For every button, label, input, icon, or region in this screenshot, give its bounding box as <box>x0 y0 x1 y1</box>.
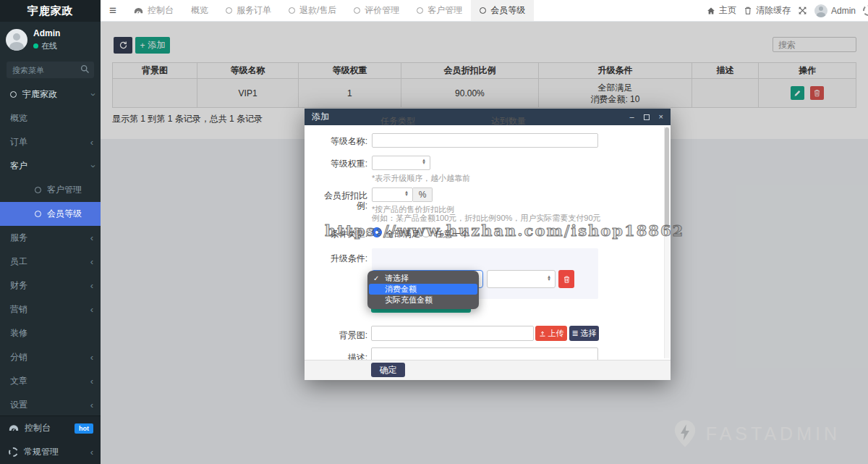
dashboard-icon <box>134 7 143 14</box>
circle-icon <box>354 7 360 14</box>
sidebar-item-services[interactable]: 服务‹ <box>0 226 101 250</box>
sidebar-item-decoration[interactable]: 装修 <box>0 321 101 345</box>
chevron-left-icon: ‹ <box>90 305 93 314</box>
chevron-left-icon: ‹ <box>90 138 93 147</box>
search-icon <box>80 64 90 74</box>
user-menu[interactable]: Admin <box>814 4 856 17</box>
tab-customer-mgmt[interactable]: 客户管理 <box>408 0 471 21</box>
app-logo: 宇鹿家政 <box>0 0 101 22</box>
tab-refunds[interactable]: 退款/售后 <box>280 0 345 21</box>
dropdown-option-placeholder[interactable]: ✓请选择 <box>369 273 477 284</box>
radio-any-label: 任意一个 <box>435 228 469 240</box>
check-icon: ✓ <box>373 273 379 284</box>
tab-dashboard[interactable]: 控制台 <box>125 0 182 21</box>
radio-any-condition[interactable] <box>421 227 431 237</box>
discount-hint-2: 例如：某产品金额100元，折扣比例90%，用户实际需要支付90元 <box>372 213 601 224</box>
upload-button[interactable]: 上传 <box>535 326 567 341</box>
chevron-down-icon: ‹ <box>87 164 96 167</box>
chevron-left-icon: ‹ <box>90 353 93 362</box>
tab-reviews[interactable]: 评价管理 <box>345 0 408 21</box>
hamburger-icon[interactable]: ≡ <box>101 0 125 21</box>
sidebar-item-general-mgmt[interactable]: 常规管理 ‹ <box>0 440 101 464</box>
add-dialog: 添加 – × 等级名称: 等级权重: ▴▾ *表示升级顺序，越小越靠前 会员折扣… <box>305 109 671 380</box>
discount-label: 会员折扣比例: <box>313 190 367 211</box>
upload-icon <box>539 330 546 337</box>
circle-icon <box>35 187 41 193</box>
sidebar-item-marketing[interactable]: 营销‹ <box>0 298 101 321</box>
sidebar-menu: 宇鹿家政‹ 概览 订单‹ 客户‹ 客户管理 会员等级 服务‹ 员工‹ 财务‹ 营… <box>0 83 101 417</box>
level-name-input[interactable] <box>372 133 598 148</box>
home-icon <box>707 7 715 15</box>
weight-hint: *表示升级顺序，越小越靠前 <box>372 173 470 184</box>
sidebar-item-distribution[interactable]: 分销‹ <box>0 345 101 369</box>
maximize-icon[interactable] <box>644 114 650 120</box>
stepper-icon[interactable]: ▴▾ <box>545 275 553 281</box>
avatar <box>814 4 827 17</box>
dialog-titlebar[interactable]: 添加 – × <box>305 109 671 125</box>
radio-all-conditions[interactable] <box>372 227 382 237</box>
stepper-icon[interactable]: ▴▾ <box>403 190 410 196</box>
dialog-title: 添加 <box>312 111 329 123</box>
tab-member-level[interactable]: 会员等级 <box>471 0 534 21</box>
clear-cache-button[interactable]: 清除缓存 <box>744 4 791 17</box>
circle-icon <box>35 211 41 217</box>
list-icon: ≣ <box>571 329 578 338</box>
dropdown-option-recharge-amount[interactable]: 实际充值金额 <box>369 295 477 305</box>
sidebar-item-articles[interactable]: 文章‹ <box>0 369 101 393</box>
sidebar-item-member-level[interactable]: 会员等级 <box>0 202 101 226</box>
remove-condition-button[interactable] <box>558 270 574 288</box>
dashboard-icon <box>9 424 19 432</box>
circle-icon <box>226 7 232 14</box>
choose-button[interactable]: ≣ 选择 <box>569 326 599 341</box>
task-type-header: 任务类型 <box>380 115 415 127</box>
background-input[interactable] <box>371 326 534 341</box>
settings-gear-icon[interactable] <box>863 5 868 16</box>
sidebar-item-dashboard[interactable]: 控制台 hot <box>0 416 101 440</box>
stepper-icon[interactable]: ▴▾ <box>420 159 427 164</box>
target-qty-header: 达到数量 <box>491 115 526 127</box>
hot-badge: hot <box>75 423 93 434</box>
dialog-scrollbar[interactable] <box>664 127 670 358</box>
sidebar-item-yulu[interactable]: 宇鹿家政‹ <box>0 83 101 106</box>
chevron-left-icon: ‹ <box>90 400 93 410</box>
confirm-button[interactable]: 确定 <box>371 363 405 377</box>
circle-icon <box>417 7 423 14</box>
upgrade-condition-label: 升级条件: <box>313 253 367 263</box>
chevron-left-icon: ‹ <box>90 233 93 242</box>
fullscreen-icon[interactable] <box>798 6 807 15</box>
dialog-footer <box>305 360 671 380</box>
chevron-left-icon: ‹ <box>90 257 93 266</box>
close-icon[interactable]: × <box>659 113 663 121</box>
background-label: 背景图: <box>313 330 367 340</box>
radio-all-label: 全部满足 <box>386 228 420 240</box>
user-avatar <box>6 29 27 51</box>
chevron-left-icon: ‹ <box>90 281 93 290</box>
scrollbar-thumb[interactable] <box>665 127 669 229</box>
tab-service-orders[interactable]: 服务订单 <box>217 0 280 21</box>
sidebar-item-customer-mgmt[interactable]: 客户管理 <box>0 178 101 202</box>
task-type-dropdown-menu: ✓请选择 消费金额 实际充值金额 <box>367 271 479 309</box>
circle-icon <box>10 91 17 98</box>
chevron-left-icon: ‹ <box>90 376 93 386</box>
sidebar-item-staff[interactable]: 员工‹ <box>0 250 101 274</box>
sidebar-item-customers[interactable]: 客户‹ <box>0 154 101 178</box>
user-name: Admin <box>33 28 60 38</box>
chevron-left-icon: ‹ <box>90 447 93 457</box>
sidebar-item-settings[interactable]: 设置‹ <box>0 393 101 417</box>
minimize-icon[interactable]: – <box>629 113 634 121</box>
online-dot-icon <box>33 43 38 48</box>
condition-type-label: 条件类型: <box>313 229 367 239</box>
percent-addon: % <box>413 187 433 202</box>
chevron-down-icon: ‹ <box>87 93 96 96</box>
sidebar-item-finance[interactable]: 财务‹ <box>0 274 101 298</box>
gears-icon <box>9 447 18 457</box>
dropdown-option-consume-amount[interactable]: 消费金额 <box>369 284 477 295</box>
trash-icon <box>744 6 752 15</box>
circle-icon <box>289 7 295 14</box>
sidebar-item-overview[interactable]: 概览 <box>0 106 101 130</box>
sidebar-item-orders[interactable]: 订单‹ <box>0 130 101 154</box>
topbar: ≡ 控制台 概览 服务订单 退款/售后 评价管理 客户管理 会员等级 主页 清除… <box>101 0 868 22</box>
circle-icon <box>480 7 486 14</box>
home-link[interactable]: 主页 <box>707 4 736 17</box>
tab-overview[interactable]: 概览 <box>182 0 217 21</box>
